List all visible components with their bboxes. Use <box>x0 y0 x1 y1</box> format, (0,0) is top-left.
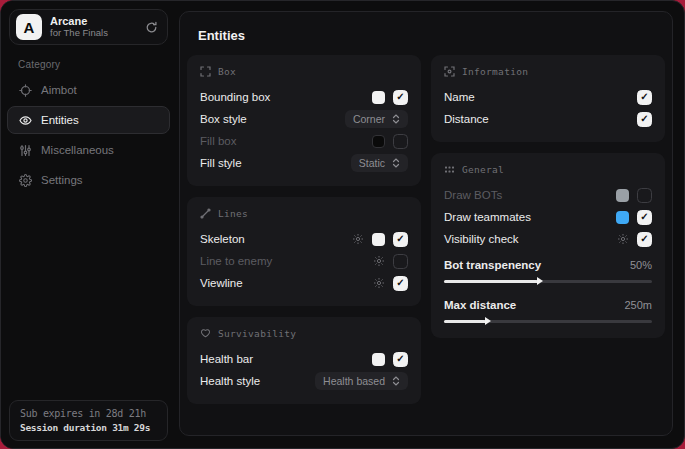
row-label: Fill box <box>200 135 372 147</box>
sub-expires-text: Sub expires in 28d 21h <box>20 408 157 419</box>
gear-icon <box>19 174 32 187</box>
section-survivability-header: Survivability <box>200 328 408 339</box>
bot-transpenency-slider[interactable] <box>444 276 652 286</box>
sidebar-item-settings[interactable]: Settings <box>7 166 170 194</box>
slider-fill <box>444 320 486 323</box>
slider-label: Bot transpenency <box>444 259 630 271</box>
sidebar-item-label: Settings <box>41 174 83 186</box>
section-information-header: Information <box>444 66 652 77</box>
sidebar-item-aimbot[interactable]: Aimbot <box>7 76 170 104</box>
row-label: Line to enemy <box>200 255 373 267</box>
row-label: Health bar <box>200 353 372 365</box>
app-logo-card: A Arcane for The Finals <box>9 9 168 45</box>
slider-value: 50% <box>630 259 652 271</box>
chevron-up-down-icon <box>392 158 400 168</box>
slider-thumb[interactable] <box>537 277 543 285</box>
sidebar-item-entities[interactable]: Entities <box>7 106 170 134</box>
name-checkbox[interactable] <box>637 90 652 105</box>
row-fill-box: Fill box <box>200 130 408 152</box>
panel-columns: Box Bounding box Box style <box>187 55 665 404</box>
right-column: Information Name Distance <box>431 55 665 338</box>
row-label: Name <box>444 91 637 103</box>
row-label: Draw teammates <box>444 211 616 223</box>
app-window: A Arcane for The Finals Category Aimbot <box>0 0 685 449</box>
category-label: Category <box>18 59 176 70</box>
grid-dots-icon <box>444 164 455 175</box>
crosshair-icon <box>19 84 32 97</box>
gear-icon[interactable] <box>373 255 385 267</box>
box-style-dropdown[interactable]: Corner <box>345 110 408 128</box>
section-lines: Lines Skeleton <box>187 197 421 306</box>
dropdown-value: Corner <box>353 113 385 125</box>
distance-checkbox[interactable] <box>637 112 652 127</box>
color-swatch[interactable] <box>616 211 629 224</box>
fill-box-checkbox[interactable] <box>393 134 408 149</box>
row-health-style: Health style Health based <box>200 370 408 392</box>
sidebar-item-miscellaneous[interactable]: Miscellaneous <box>7 136 170 164</box>
color-swatch[interactable] <box>372 353 385 366</box>
health-bar-checkbox[interactable] <box>393 352 408 367</box>
max-distance-group: Max distance 250m <box>444 296 652 326</box>
skeleton-checkbox[interactable] <box>393 232 408 247</box>
row-label: Distance <box>444 113 637 125</box>
max-distance-slider[interactable] <box>444 316 652 326</box>
row-label: Skeleton <box>200 233 352 245</box>
health-style-dropdown[interactable]: Health based <box>315 372 408 390</box>
fill-style-dropdown[interactable]: Static <box>351 154 408 172</box>
sidebar: A Arcane for The Finals Category Aimbot <box>1 1 176 448</box>
row-label: Visibility check <box>444 233 617 245</box>
row-label: Bounding box <box>200 91 372 103</box>
gear-icon[interactable] <box>373 277 385 289</box>
row-label: Draw BOTs <box>444 189 616 201</box>
app-name: Arcane <box>50 15 137 28</box>
section-survivability: Survivability Health bar Health style <box>187 317 421 404</box>
section-information: Information Name Distance <box>431 55 665 142</box>
app-title-block: Arcane for The Finals <box>50 15 137 39</box>
color-swatch[interactable] <box>616 189 629 202</box>
page-title: Entities <box>198 28 665 43</box>
entities-panel: Entities Box <box>179 11 673 436</box>
row-visibility-check: Visibility check <box>444 228 652 250</box>
visibility-check-checkbox[interactable] <box>637 232 652 247</box>
row-line-to-enemy: Line to enemy <box>200 250 408 272</box>
section-lines-header: Lines <box>200 208 408 219</box>
row-label: Viewline <box>200 277 373 289</box>
bot-transpenency-group: Bot transpenency 50% <box>444 256 652 286</box>
row-skeleton: Skeleton <box>200 228 408 250</box>
gear-icon[interactable] <box>617 233 629 245</box>
refresh-icon[interactable] <box>145 21 158 34</box>
line-to-enemy-checkbox[interactable] <box>393 254 408 269</box>
eye-icon <box>19 114 32 127</box>
viewline-checkbox[interactable] <box>393 276 408 291</box>
slider-fill <box>444 280 538 283</box>
slider-thumb[interactable] <box>485 317 491 325</box>
gear-icon[interactable] <box>352 233 364 245</box>
draw-teammates-checkbox[interactable] <box>637 210 652 225</box>
sidebar-nav: Aimbot Entities Miscella <box>1 76 176 194</box>
scan-icon <box>444 66 455 77</box>
row-bounding-box: Bounding box <box>200 86 408 108</box>
section-title: Lines <box>218 208 248 219</box>
main-area: Entities Box <box>176 1 684 448</box>
draw-bots-checkbox[interactable] <box>637 188 652 203</box>
slider-value: 250m <box>624 299 652 311</box>
row-label: Box style <box>200 113 345 125</box>
app-subtitle: for The Finals <box>50 28 137 39</box>
left-column: Box Bounding box Box style <box>187 55 421 404</box>
sidebar-item-label: Miscellaneous <box>41 144 114 156</box>
row-draw-teammates: Draw teammates <box>444 206 652 228</box>
row-viewline: Viewline <box>200 272 408 294</box>
color-swatch[interactable] <box>372 91 385 104</box>
row-label: Health style <box>200 375 315 387</box>
subscription-card: Sub expires in 28d 21h Session duration … <box>9 400 168 441</box>
bounding-box-checkbox[interactable] <box>393 90 408 105</box>
section-title: General <box>462 164 504 175</box>
row-box-style: Box style Corner <box>200 108 408 130</box>
session-duration-text: Session duration 31m 29s <box>20 422 157 433</box>
row-distance: Distance <box>444 108 652 130</box>
sidebar-item-label: Aimbot <box>41 84 77 96</box>
diagonal-line-icon <box>200 208 211 219</box>
color-swatch[interactable] <box>372 233 385 246</box>
color-swatch[interactable] <box>372 135 385 148</box>
section-title: Survivability <box>218 328 296 339</box>
